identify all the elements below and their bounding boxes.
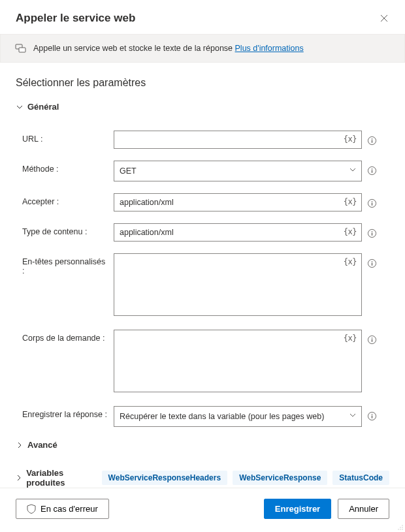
chevron-right-icon (16, 442, 24, 448)
request-body-input[interactable] (114, 330, 362, 392)
save-button[interactable]: Enregistrer (264, 499, 331, 519)
dialog-title: Appeler le service web (16, 12, 135, 25)
svg-rect-16 (371, 262, 372, 265)
method-label: Méthode : (22, 161, 110, 174)
url-input[interactable] (114, 131, 362, 149)
on-error-button[interactable]: En cas d'erreur (16, 499, 109, 519)
svg-rect-3 (371, 138, 372, 139)
section-title: Sélectionner les paramètres (0, 63, 405, 101)
url-label: URL : (22, 131, 110, 144)
save-response-label: Enregistrer la réponse : (22, 406, 110, 419)
svg-rect-9 (371, 201, 372, 202)
svg-rect-18 (371, 337, 372, 338)
variable-insert-icon[interactable]: {x} (344, 257, 357, 266)
cancel-button[interactable]: Annuler (338, 499, 389, 519)
svg-rect-13 (371, 232, 372, 235)
svg-rect-12 (371, 231, 372, 232)
method-select[interactable]: GET (114, 161, 362, 181)
variable-insert-icon[interactable]: {x} (344, 334, 357, 343)
on-error-label: En cas d'erreur (40, 504, 98, 514)
more-info-link[interactable]: Plus d'informations (235, 44, 304, 53)
content-type-label: Type de contenu : (22, 223, 110, 236)
web-service-icon (15, 42, 27, 54)
help-icon[interactable] (366, 164, 378, 176)
help-icon[interactable] (366, 197, 378, 209)
svg-rect-10 (371, 202, 372, 205)
shield-icon (27, 504, 36, 514)
variable-insert-icon[interactable]: {x} (344, 227, 357, 236)
content-type-input[interactable] (114, 223, 362, 242)
svg-point-27 (400, 529, 401, 530)
advanced-section-label: Avancé (27, 440, 57, 450)
svg-point-24 (402, 527, 403, 528)
advanced-section-header[interactable]: Avancé (16, 439, 389, 459)
svg-rect-21 (371, 414, 372, 415)
variables-section-label: Variables produites (26, 468, 92, 488)
close-button[interactable] (379, 13, 389, 23)
svg-rect-7 (371, 170, 372, 172)
resize-grip-icon[interactable] (397, 524, 404, 531)
info-bar: Appelle un service web et stocke le text… (0, 34, 405, 63)
variable-tag[interactable]: WebServiceResponseHeaders (102, 471, 228, 485)
svg-rect-4 (371, 140, 372, 142)
general-section-header[interactable]: Général (16, 101, 389, 121)
save-response-select[interactable]: Récupérer le texte dans la variable (pou… (114, 406, 362, 427)
svg-rect-15 (371, 261, 372, 262)
svg-point-25 (400, 527, 401, 528)
svg-rect-1 (19, 48, 25, 52)
request-body-label: Corps de la demande : (22, 330, 110, 343)
help-icon[interactable] (366, 227, 378, 239)
variable-insert-icon[interactable]: {x} (344, 134, 357, 144)
svg-rect-22 (371, 415, 372, 418)
info-text: Appelle un service web et stocke le text… (33, 44, 304, 53)
close-icon (380, 14, 388, 22)
svg-rect-19 (371, 339, 372, 341)
svg-point-23 (402, 525, 403, 526)
variable-tag[interactable]: WebServiceResponse (233, 471, 327, 485)
help-icon[interactable] (366, 334, 378, 345)
help-icon[interactable] (366, 257, 378, 269)
save-response-value: Récupérer le texte dans la variable (pou… (120, 412, 324, 421)
variable-insert-icon[interactable]: {x} (344, 197, 357, 206)
help-icon[interactable] (366, 410, 378, 422)
svg-rect-6 (371, 168, 372, 169)
svg-point-28 (398, 529, 399, 530)
chevron-right-icon (16, 475, 22, 481)
general-section-label: Général (27, 102, 59, 112)
svg-point-26 (402, 529, 403, 530)
custom-headers-input[interactable] (114, 253, 362, 316)
chevron-down-icon (16, 104, 24, 110)
info-text-content: Appelle un service web et stocke le text… (33, 44, 235, 53)
help-icon[interactable] (366, 134, 378, 146)
accept-input[interactable] (114, 193, 362, 211)
custom-headers-label: En-têtes personnalisés : (22, 253, 110, 275)
method-value: GET (120, 166, 137, 176)
accept-label: Accepter : (22, 193, 110, 206)
variable-tag[interactable]: StatusCode (332, 471, 389, 485)
